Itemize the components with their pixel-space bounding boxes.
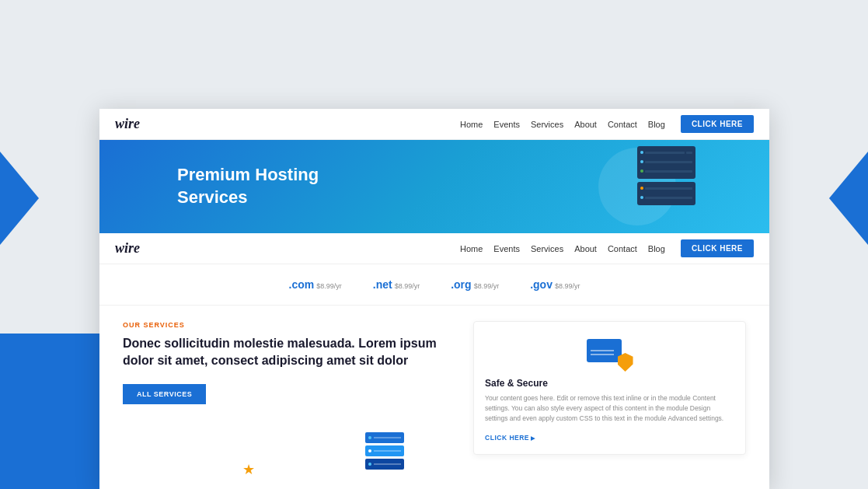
server-line — [686, 152, 692, 154]
server-box-2 — [637, 182, 695, 205]
nav2-services[interactable]: Services — [531, 244, 563, 253]
server-line — [645, 170, 692, 173]
services-label: OUR SERVICES — [123, 321, 450, 329]
dot — [368, 463, 371, 466]
services-right: Safe & Secure Your content goes here. Ed… — [473, 321, 746, 455]
cta-button-sticky[interactable]: CLICK HERE — [681, 239, 754, 257]
server-line — [645, 152, 685, 154]
server-icon — [587, 339, 622, 362]
nav-contact[interactable]: Contact — [608, 120, 637, 129]
nav-links-2: Home Events Services About Contact Blog — [460, 244, 665, 253]
hero-banner: Premium Hosting Services — [99, 140, 769, 233]
all-services-button[interactable]: ALL SERVICES — [123, 384, 206, 404]
nav2-home[interactable]: Home — [460, 244, 483, 253]
triangle-right-decoration — [829, 152, 868, 245]
cta-button-top[interactable]: CLICK HERE — [681, 115, 754, 133]
domain-net: .net $8.99/yr — [373, 278, 420, 291]
server-illustration — [637, 146, 707, 224]
service-card-link[interactable]: CLICK HERE — [485, 434, 535, 442]
service-card-title: Safe & Secure — [485, 378, 734, 389]
triangle-left-decoration — [0, 152, 39, 245]
services-title: Donec sollicitudin molestie malesuada. L… — [123, 335, 450, 370]
domain-pricing: .com $8.99/yr .net $8.99/yr .org $8.99/y… — [99, 264, 769, 306]
service-card-text: Your content goes here. Edit or remove t… — [485, 393, 734, 423]
server-line — [645, 161, 692, 163]
mini-server-box-1 — [365, 432, 404, 443]
server-shield-icon — [587, 333, 633, 372]
server-dot — [640, 187, 643, 190]
star-icon: ★ — [242, 461, 255, 478]
server-dot — [640, 196, 643, 199]
domain-org: .org $8.99/yr — [451, 278, 499, 291]
domain-gov: .gov $8.99/yr — [530, 278, 580, 291]
nav2-about[interactable]: About — [574, 244, 597, 253]
sticky-navbar: wire Home Events Services About Contact … — [99, 233, 769, 264]
domain-com: .com $8.99/yr — [289, 278, 342, 291]
hero-text: Premium Hosting Services — [99, 164, 319, 208]
dot — [368, 449, 371, 452]
bar — [374, 437, 401, 438]
server-dot — [640, 169, 643, 173]
bottom-server-illustration — [365, 432, 404, 470]
nav2-events[interactable]: Events — [493, 244, 520, 253]
server-line — [645, 197, 692, 199]
nav-services[interactable]: Services — [531, 120, 563, 129]
server-dot — [640, 160, 643, 163]
shield-icon — [618, 353, 633, 372]
server-line — [645, 187, 692, 190]
nav-events[interactable]: Events — [493, 120, 520, 129]
bar — [374, 463, 401, 465]
server-lines — [591, 350, 614, 355]
service-card: Safe & Secure Your content goes here. Ed… — [473, 321, 746, 455]
service-icon-area — [485, 333, 734, 372]
logo: wire — [115, 116, 140, 132]
server-box-1 — [637, 146, 695, 179]
dot — [368, 436, 371, 439]
server-dot — [640, 151, 643, 154]
nav-blog[interactable]: Blog — [648, 120, 665, 129]
bar — [374, 450, 401, 452]
mini-server-stack — [365, 432, 404, 470]
nav2-contact[interactable]: Contact — [608, 244, 637, 253]
services-section: OUR SERVICES Donec sollicitudin molestie… — [99, 306, 769, 470]
nav-about[interactable]: About — [574, 120, 597, 129]
nav2-blog[interactable]: Blog — [648, 244, 665, 253]
top-navbar: wire Home Events Services About Contact … — [99, 109, 769, 140]
mini-server-box-3 — [365, 459, 404, 470]
nav-links: Home Events Services About Contact Blog — [460, 120, 665, 129]
browser-window: wire Home Events Services About Contact … — [99, 109, 769, 489]
hero-title: Premium Hosting Services — [177, 164, 319, 208]
logo-2: wire — [115, 240, 140, 257]
mini-server-box-2 — [365, 445, 404, 456]
nav-home[interactable]: Home — [460, 120, 483, 129]
